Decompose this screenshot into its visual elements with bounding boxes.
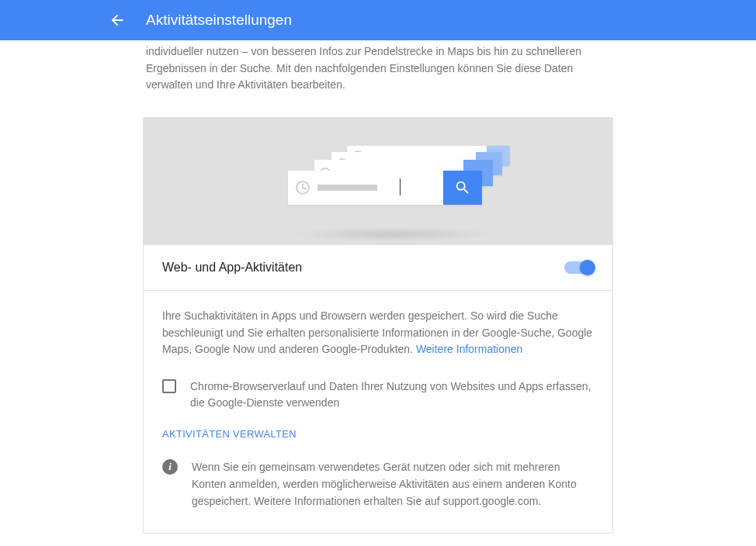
activity-card: Web- und App-Aktivitäten Ihre Suchaktivi… [143,117,613,534]
section-body: Ihre Suchaktivitäten in Apps und Browser… [144,291,612,533]
activity-description: Ihre Suchaktivitäten in Apps und Browser… [162,308,593,358]
main-content: individueller nutzen – von besseren Info… [0,40,756,534]
toggle-knob [580,260,595,275]
page-title: Aktivitätseinstellungen [146,12,292,29]
intro-text: individueller nutzen – von besseren Info… [143,40,613,117]
info-note: i Wenn Sie ein gemeinsam verwendetes Ger… [162,459,594,510]
description-text: Ihre Suchaktivitäten in Apps und Browser… [162,309,592,355]
search-icon [454,179,471,196]
info-icon: i [162,459,178,475]
info-text: Wenn Sie ein gemeinsam verwendetes Gerät… [192,459,594,510]
back-button[interactable] [17,12,126,29]
activity-toggle[interactable] [564,261,594,274]
app-header: Aktivitätseinstellungen [0,0,756,40]
arrow-left-icon [109,12,126,29]
chrome-history-label: Chrome-Browserverlauf und Daten Ihrer Nu… [190,378,594,411]
chrome-history-checkbox[interactable] [162,379,176,393]
chrome-history-option: Chrome-Browserverlauf und Daten Ihrer Nu… [162,378,594,411]
section-title: Web- und App-Aktivitäten [162,261,302,275]
more-info-link[interactable]: Weitere Informationen [416,343,522,355]
section-header: Web- und App-Aktivitäten [144,245,612,291]
manage-activities-link[interactable]: AKTIVITÄTEN VERWALTEN [162,428,297,440]
search-illustration [144,118,612,245]
